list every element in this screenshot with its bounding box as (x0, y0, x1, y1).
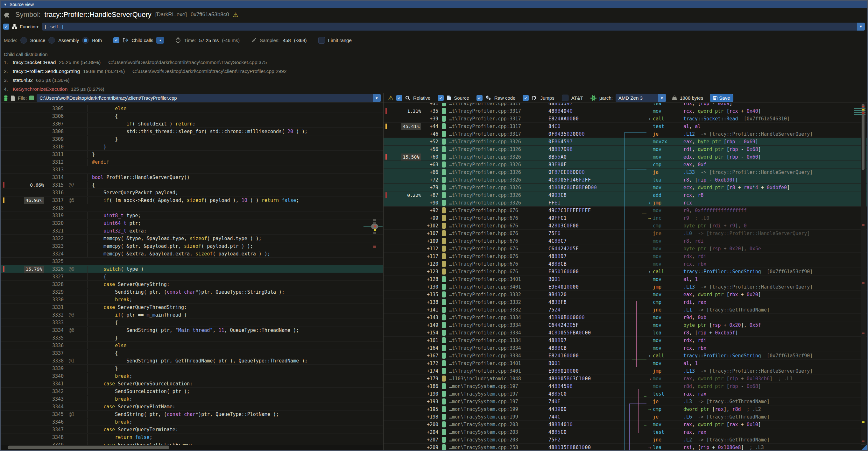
child-calls-checkbox[interactable]: ✓ (113, 37, 119, 43)
radio-source[interactable] (20, 37, 27, 43)
child-call-name[interactable]: KeSynchronizeExecution (13, 86, 67, 92)
window-resize-grip[interactable] (861, 444, 867, 450)
asm-source-location[interactable]: …t\TracyProfiler.cpp:3326 (449, 200, 549, 206)
source-line[interactable]: 3318 (1, 204, 383, 212)
source-line[interactable]: 3321 uint32_t extra; (1, 227, 383, 235)
source-line[interactable]: 3331 case ServerQueryThreadString: (1, 304, 383, 311)
function-combo[interactable]: [ - self - ] ▼ (42, 23, 865, 31)
asm-source-location[interactable]: …t\TracyProfiler.cpp:3332 (449, 299, 549, 306)
function-combo-arrow-icon[interactable]: ▼ (857, 23, 865, 31)
asm-source-location[interactable]: …mon\TracySystem.cpp:199 (449, 406, 549, 413)
source-line[interactable]: 3343 break; (1, 395, 383, 403)
asm-source-location[interactable]: …t\TracyProfiler.hpp:676 (449, 261, 549, 268)
relative-label[interactable]: Relative (413, 95, 430, 101)
asm-source-location[interactable]: …t\TracyProfiler.cpp:3334 (449, 329, 549, 336)
source-line[interactable]: 3325 (1, 258, 383, 265)
asm-row[interactable]: +193…mon\TracySystem.cpp:197740Eje.L3 ->… (383, 398, 867, 405)
asm-row[interactable]: +143…t\TracyProfiler.cpp:333441B90B00000… (383, 314, 867, 321)
asm-row[interactable]: +123…t\TracyProfiler.hpp:676E850160000‹c… (383, 268, 867, 275)
asm-source-location[interactable]: …mon\TracySystem.cpp:197 (449, 398, 549, 405)
source-scroll-markers[interactable] (372, 103, 378, 450)
source-line[interactable]: 3334@6 SendString( ptr, "Main thread", 1… (1, 327, 383, 334)
asm-source-location[interactable]: …t\TracyProfiler.cpp:3332 (449, 291, 549, 298)
asm-source-location[interactable]: …t\TracyProfiler.cpp:3334 (449, 337, 549, 344)
asm-row[interactable]: +79…t\TracyProfiler.cpp:3326418B8C80E0BF… (383, 184, 867, 191)
asm-source-location[interactable]: …t\TracyProfiler.cpp:3317 (449, 115, 549, 122)
asm-row[interactable]: 1.31%+35…t\TracyProfiler.cpp:3317488B494… (383, 107, 867, 115)
jumps-label[interactable]: Jumps (540, 95, 554, 101)
asm-row[interactable]: +186…mon\TracySystem.cpp:197448B4598movr… (383, 383, 867, 390)
asm-row[interactable]: +161…t\TracyProfiler.cpp:3334488BD7movrd… (383, 337, 867, 344)
child-call-item[interactable]: 4.KeSynchronizeExecution125 µs (0.27%) (4, 85, 864, 93)
assembly-scrollbar[interactable] (861, 103, 866, 445)
asm-row[interactable]: +154…t\TracyProfiler.cpp:33344C8D055FBA0… (383, 329, 867, 337)
assembly-scroll-thumb[interactable] (862, 104, 865, 170)
asm-source-location[interactable]: …t\TracyProfiler.cpp:3332 (449, 306, 549, 313)
asm-row[interactable]: +102…t\TracyProfiler.hpp:67642803C0F00cm… (383, 222, 867, 230)
child-call-item[interactable]: 2.tracy::Profiler::SendLongString19.88 m… (4, 67, 864, 76)
asm-row[interactable]: +135…t\TracyProfiler.cpp:33328B4320movea… (383, 291, 867, 298)
asm-source-location[interactable]: …t\TracyProfiler.cpp:3317 (449, 123, 549, 130)
limit-range-label[interactable]: Limit range (328, 38, 352, 43)
source-line[interactable]: 3339 } (1, 365, 383, 372)
asm-source-location[interactable]: …mon\TracySystem.cpp:199 (449, 413, 549, 420)
asm-source-location[interactable]: …t\TracyProfiler.cpp:3317 (449, 130, 549, 138)
jumps-checkbox[interactable]: ✓ (523, 95, 529, 101)
source-line[interactable]: 3346 break; (1, 418, 383, 426)
source-line[interactable]: 0.66%3315@7{ (1, 181, 383, 189)
asm-row[interactable]: +56…t\TracyProfiler.cpp:3326488B7D98movr… (383, 146, 867, 153)
asm-source-location[interactable]: …t\TracyProfiler.cpp:3326 (449, 153, 549, 160)
asm-row[interactable]: +128…t\TracyProfiler.cpp:3401B001moval, … (383, 275, 867, 283)
asm-row[interactable]: +107…t\TracyProfiler.hpp:67675F6jne.L0 -… (383, 230, 867, 237)
source-line[interactable]: 3348 return false; (1, 433, 383, 441)
asm-source-location[interactable]: …t\TracyProfiler.hpp:676 (449, 253, 549, 260)
asm-row[interactable]: +198…mon\TracySystem.cpp:199744Cje.L6 ->… (383, 413, 867, 421)
source-line[interactable]: 3313 (1, 166, 383, 174)
source-line[interactable]: 3327 { (1, 273, 383, 280)
asm-source-location[interactable]: …mon\TracySystem.cpp:203 (449, 421, 549, 428)
asm-source-location[interactable]: …t\TracyProfiler.hpp:676 (449, 215, 549, 222)
asm-source-location[interactable]: …t\TracyProfiler.cpp:3334 (449, 322, 549, 329)
source-line[interactable]: 3330 break; (1, 296, 383, 304)
asm-source-location[interactable]: …t\TracyProfiler.cpp:3401 (449, 283, 549, 291)
source-line[interactable]: 3307 if( shouldExit ) return; (1, 120, 383, 128)
child-call-item[interactable]: 1.tracy::Socket::Read25.25 ms (54.89%)C:… (4, 58, 864, 67)
asm-row[interactable]: +90…t\TracyProfiler.cpp:3326FFE1‹jmprcx (383, 199, 867, 207)
att-checkbox[interactable] (562, 95, 568, 101)
source-line[interactable]: 3310 } (1, 143, 383, 151)
asm-source-location[interactable]: …t\TracyProfiler.cpp:3326 (449, 138, 549, 145)
asm-source-location[interactable]: …t\TracyProfiler.cpp:3326 (449, 169, 549, 176)
source-line[interactable]: 3316 ServerQueryPacket payload; (1, 189, 383, 197)
radio-assembly[interactable] (49, 37, 55, 43)
child-call-item[interactable]: 3.stat64i32625 µs (1.36%) (4, 76, 864, 85)
child-call-name[interactable]: tracy::Profiler::SendLongString (13, 68, 80, 74)
asm-row[interactable]: +190…mon\TracySystem.cpp:1974885C0testra… (383, 390, 867, 398)
asm-source-location[interactable]: …mon\TracySystem.cpp:197 (449, 383, 549, 390)
asm-source-location[interactable]: …t\TracyProfiler.cpp:3334 (449, 344, 549, 352)
source-line[interactable]: 3332@3 if( ptr == m_mainThread ) (1, 311, 383, 319)
source-line[interactable]: 3335 } (1, 334, 383, 342)
source-hscroll-thumb[interactable] (8, 446, 169, 449)
source-checkbox[interactable]: ✓ (438, 95, 444, 101)
source-line[interactable]: 3306 { (1, 113, 383, 120)
asm-row[interactable]: +149…t\TracyProfiler.cpp:3334C64424205Fm… (383, 321, 867, 329)
source-label[interactable]: Source (454, 95, 469, 101)
asm-row[interactable]: 0.22%+87…t\TracyProfiler.cpp:33264903C8a… (383, 191, 867, 199)
uarch-combo[interactable]: AMD Zen 3 ▼ (616, 94, 666, 102)
asm-row[interactable]: +52…t\TracyProfiler.cpp:33260FB64597movz… (383, 138, 867, 146)
file-combo-arrow-icon[interactable]: ▼ (373, 94, 381, 102)
asm-row[interactable]: +112…t\TracyProfiler.hpp:676C64424205Emo… (383, 245, 867, 252)
asm-row[interactable]: +63…t\TracyProfiler.cpp:332683F80Fcmpeax… (383, 161, 867, 169)
source-line[interactable]: 3337 { (1, 350, 383, 357)
source-line[interactable]: 3336 else (1, 342, 383, 350)
asm-source-location[interactable]: …mon\TracySystem.cpp:203 (449, 437, 549, 443)
source-line[interactable]: 3344 case ServerQueryPlotName: (1, 403, 383, 411)
asm-row[interactable]: +120…t\TracyProfiler.hpp:676488BCBmovrcx… (383, 260, 867, 268)
asm-row[interactable]: +109…t\TracyProfiler.hpp:6764C8BC7movr8,… (383, 237, 867, 245)
asm-row[interactable]: +138…t\TracyProfiler.cpp:3332483BF8cmprd… (383, 298, 867, 306)
radio-source-label[interactable]: Source (30, 38, 45, 43)
source-line[interactable]: 46.93%3317@5 if( !m_sock->Read( &payload… (1, 197, 383, 204)
asm-source-location[interactable]: …t\TracyProfiler.cpp:3334 (449, 314, 549, 321)
asm-row[interactable]: +31…t\TracyProfiler.cpp:3317488D5597lear… (383, 103, 867, 107)
asm-source-location[interactable]: …t\TracyProfiler.cpp:3326 (449, 146, 549, 153)
